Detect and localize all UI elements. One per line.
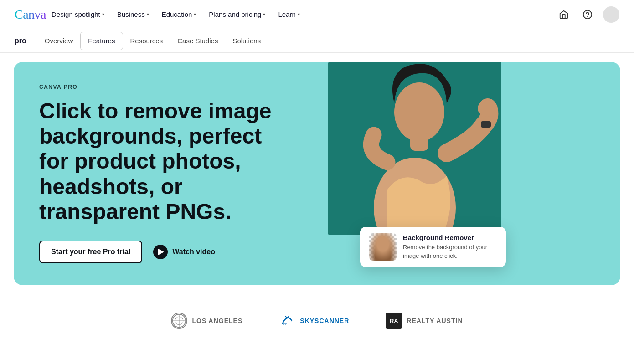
brand-skyscanner: Skyscanner [279, 313, 349, 329]
nav-actions [556, 6, 619, 23]
canva-logo[interactable]: Canva [15, 7, 46, 22]
svg-point-1 [588, 16, 588, 17]
subnav-overview[interactable]: Overview [37, 32, 81, 50]
hero-section: CANVA PRO Click to remove image backgrou… [14, 62, 620, 285]
chevron-down-icon: ▾ [263, 12, 265, 17]
svg-point-7 [478, 100, 498, 117]
nav-plans-pricing[interactable]: Plans and pricing ▾ [203, 7, 271, 22]
user-avatar[interactable] [603, 6, 619, 23]
skyscanner-logo-icon [279, 313, 295, 329]
card-description: Remove the background of your image with… [403, 243, 497, 260]
help-icon[interactable] [579, 6, 596, 23]
hero-image-area: Background Remover Remove the background… [310, 62, 501, 285]
card-thumbnail [369, 233, 397, 261]
nav-links: Design spotlight ▾ Business ▾ Education … [46, 7, 556, 22]
bg-remover-card: Background Remover Remove the background… [360, 227, 506, 267]
hero-photo [328, 62, 501, 235]
ra-brand-name: REALTY AUSTIN [407, 317, 463, 324]
hero-eyebrow: CANVA PRO [39, 84, 284, 90]
svg-rect-5 [410, 133, 428, 151]
watch-video-label: Watch video [172, 248, 215, 256]
watch-video-button[interactable]: Watch video [153, 245, 215, 259]
brand-realty-austin: RA REALTY AUSTIN [386, 313, 463, 329]
la-logo-icon [171, 313, 187, 329]
la-brand-name: LOS ANGELES [192, 317, 242, 324]
card-text: Background Remover Remove the background… [403, 234, 497, 260]
brands-section: LOS ANGELES Skyscanner RA REALTY AUSTIN [0, 294, 634, 347]
svg-rect-6 [481, 121, 491, 128]
subnav-case-studies[interactable]: Case Studies [170, 32, 225, 50]
nav-education[interactable]: Education ▾ [156, 7, 202, 22]
chevron-down-icon: ▾ [298, 12, 300, 17]
brand-los-angeles: LOS ANGELES [171, 313, 242, 329]
navbar: Canva Design spotlight ▾ Business ▾ Educ… [0, 0, 634, 29]
chevron-down-icon: ▾ [194, 12, 196, 17]
chevron-down-icon: ▾ [147, 12, 149, 17]
pro-subnav: pro Overview Features Resources Case Stu… [0, 29, 634, 53]
hero-illustration [328, 62, 501, 235]
nav-learn[interactable]: Learn ▾ [273, 7, 305, 22]
subnav-resources[interactable]: Resources [123, 32, 170, 50]
hero-buttons: Start your free Pro trial Watch video [39, 241, 284, 263]
thumbnail-person [369, 233, 397, 261]
home-icon[interactable] [556, 6, 572, 23]
chevron-down-icon: ▾ [102, 12, 104, 17]
ra-logo-icon: RA [386, 313, 402, 329]
subnav-features[interactable]: Features [80, 32, 123, 50]
hero-content: CANVA PRO Click to remove image backgrou… [14, 62, 310, 285]
play-icon [153, 245, 168, 259]
hero-title: Click to remove image backgrounds, perfe… [39, 98, 284, 224]
card-title: Background Remover [403, 234, 497, 241]
pro-label: pro [15, 37, 26, 45]
subnav-solutions[interactable]: Solutions [225, 32, 268, 50]
nav-design-spotlight[interactable]: Design spotlight ▾ [46, 7, 110, 22]
skyscanner-brand-name: Skyscanner [300, 317, 349, 324]
nav-business[interactable]: Business ▾ [112, 7, 155, 22]
start-trial-button[interactable]: Start your free Pro trial [39, 241, 142, 263]
